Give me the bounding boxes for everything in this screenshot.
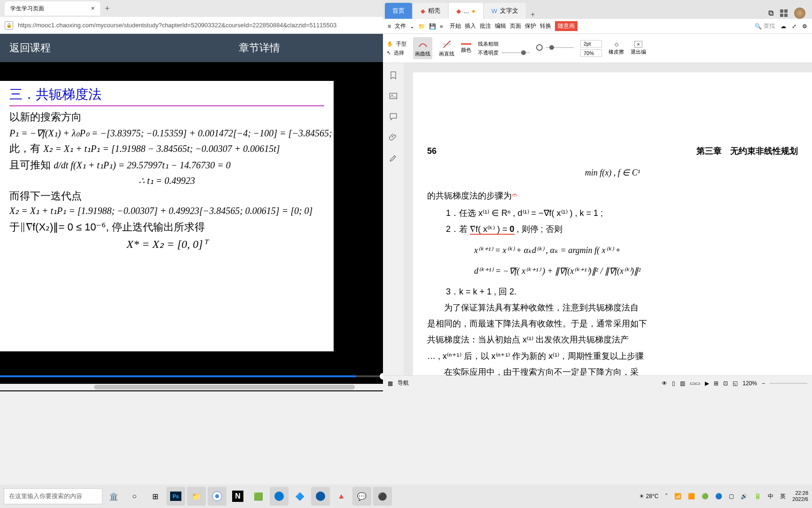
notion-icon[interactable]: N [228, 487, 247, 506]
app-icon2[interactable]: 🔷 [290, 487, 309, 506]
tray-app-icon[interactable]: 📶 [674, 493, 681, 500]
stroke-size-select[interactable]: 2pt [580, 40, 602, 48]
slider-knob[interactable] [521, 50, 526, 55]
view-mode-icon[interactable]: ⊞ [714, 380, 718, 387]
settings-icon[interactable]: ⚙ [802, 23, 807, 30]
video-progress-bar[interactable] [0, 375, 383, 377]
url-input[interactable]: https://mooc1.chaoxing.com/mycourse/stud… [18, 22, 378, 29]
tray-app-icon[interactable]: 🟧 [688, 493, 695, 500]
view-single-icon[interactable]: ▯ [672, 380, 675, 387]
comment-icon[interactable] [389, 112, 398, 121]
weather-widget[interactable]: ☀ 28°C [639, 493, 658, 500]
zoom-value[interactable]: 120% [742, 380, 757, 387]
opacity-pct-select[interactable]: 70% [580, 49, 602, 57]
horizontal-scrollbar[interactable] [0, 384, 383, 390]
collapse-icon[interactable]: ⤢ [792, 23, 796, 30]
edge-icon[interactable] [270, 487, 289, 506]
curve-tool[interactable]: 画曲线 [413, 37, 432, 59]
zoom-slider[interactable] [770, 383, 807, 384]
save-icon[interactable]: 💾 [429, 23, 436, 30]
wps-tab-doc3[interactable]: W文字文 [484, 3, 526, 19]
wps-document-area[interactable]: 56 第三章 无约束非线性规划 min f(x) , f ∈ C¹ 的共轭梯度法… [404, 63, 812, 375]
menu-insert[interactable]: 插入 [465, 22, 476, 30]
text: 而得下一迭代点 [9, 190, 82, 202]
zoom-out-button[interactable]: − [762, 380, 765, 387]
chrome-icon[interactable] [208, 487, 226, 506]
window-layout-icon[interactable]: ⧉ [768, 9, 773, 17]
back-to-course-link[interactable]: 返回课程 [9, 41, 51, 55]
search-icon: 🔍 [755, 23, 762, 30]
open-icon[interactable]: 📁 [418, 23, 425, 30]
file-menu[interactable]: 文件 [395, 22, 406, 30]
browser-tab[interactable]: 学生学习页面 × [5, 1, 100, 16]
obs-icon[interactable]: ⚫ [373, 487, 392, 506]
wps-tab-home[interactable]: 首页 [385, 3, 412, 19]
video-player[interactable]: 三．共轭梯度法 以新的搜索方向 P₁ = −∇f(X₁) + λ₀P₀ = −[… [0, 62, 383, 391]
tray-app-icon[interactable]: 🔵 [715, 493, 722, 500]
lock-icon[interactable]: 🔒 [5, 21, 13, 30]
task-view-icon[interactable]: ⊞ [146, 487, 164, 506]
menu-protect[interactable]: 保护 [525, 22, 536, 30]
add-tab-button[interactable]: + [531, 10, 535, 19]
menu-edit[interactable]: 编辑 [495, 22, 506, 30]
equation-deriv: d/dt f(X₁ + t₁P₁) = 29.57997t₁ − 14.7673… [54, 160, 231, 170]
photoshop-icon[interactable]: Ps [166, 487, 185, 506]
close-icon[interactable]: × [91, 5, 94, 12]
view-continuous-icon[interactable]: ▥ [680, 380, 685, 387]
tray-chevron-icon[interactable]: ˄ [665, 493, 668, 500]
select-tool[interactable]: ↖选择 [387, 49, 406, 56]
exit-draw[interactable]: × 退出编 [631, 41, 646, 56]
line-tool[interactable]: 画直线 [439, 39, 454, 57]
nav-icon[interactable]: ▦ [388, 380, 393, 387]
opacity-slider[interactable] [501, 52, 530, 53]
wps-tab-docer[interactable]: ◆稻壳 [413, 3, 448, 19]
pen-icon[interactable] [389, 153, 398, 163]
play-icon[interactable]: ▶ [705, 380, 709, 387]
volume-icon[interactable]: 🔊 [741, 493, 748, 500]
battery-icon[interactable]: 🔋 [754, 493, 761, 500]
circle-icon[interactable] [536, 44, 543, 51]
view-mode-icon2[interactable]: ⊡ [723, 380, 728, 387]
cortana-icon[interactable]: ○ [125, 487, 144, 506]
wechat-icon[interactable]: 💬 [352, 487, 371, 506]
wps-tab-doc2[interactable]: ◆...● [449, 3, 483, 19]
apps-grid-icon[interactable] [780, 9, 788, 17]
app-icon3[interactable]: 🔺 [332, 487, 351, 506]
menu-draw-active[interactable]: 随意画 [555, 21, 578, 31]
menu-convert[interactable]: 转换 [540, 22, 551, 30]
new-tab-button[interactable]: + [105, 4, 110, 14]
hand-tool[interactable]: ✋手型 [387, 40, 406, 48]
eraser-tool[interactable]: ◇ 橡皮擦 [609, 41, 624, 56]
image-icon[interactable] [389, 91, 398, 101]
slider-knob[interactable] [549, 45, 554, 50]
user-avatar[interactable] [794, 8, 805, 19]
cloud-icon[interactable]: ☁ [781, 23, 786, 30]
explorer-icon[interactable]: 📁 [187, 487, 206, 506]
taskbar-search[interactable]: 在这里输入你要搜索的内容 [4, 488, 102, 504]
search-box[interactable]: 🔍 查找 [755, 22, 775, 30]
edge2-icon[interactable] [311, 487, 330, 506]
tray-app-icon[interactable]: 🟢 [702, 493, 709, 500]
ime-indicator2[interactable]: 英 [780, 492, 786, 500]
color-picker[interactable] [461, 43, 471, 45]
clock[interactable]: 22:28 2022/6 [792, 490, 808, 502]
view-facing-icon[interactable]: ▭▭ [690, 380, 700, 387]
taskbar-widget[interactable]: 🏛️ [104, 487, 123, 506]
app-icon[interactable]: 🟩 [249, 487, 268, 506]
menu-comment[interactable]: 批注 [480, 22, 491, 30]
color-label[interactable]: 颜色 [461, 47, 471, 54]
hamburger-icon[interactable]: ≡ [388, 23, 391, 30]
menu-page[interactable]: 页面 [510, 22, 521, 30]
tray-expand-icon[interactable]: ▢ [729, 493, 734, 500]
scrollbar-thumb[interactable] [94, 385, 355, 389]
ime-indicator[interactable]: 中 [768, 492, 773, 500]
nav-label[interactable]: 导航 [398, 379, 409, 387]
chevron-down-icon[interactable]: ⌄ [410, 23, 414, 30]
menu-start[interactable]: 开始 [450, 22, 461, 30]
eye-icon[interactable]: 👁 [662, 380, 667, 387]
overflow-icon[interactable]: » [440, 23, 443, 30]
attachment-icon[interactable] [389, 133, 398, 142]
width-slider[interactable] [546, 47, 574, 48]
bookmark-icon[interactable] [389, 71, 398, 80]
fit-icon[interactable]: ◱ [733, 380, 738, 387]
